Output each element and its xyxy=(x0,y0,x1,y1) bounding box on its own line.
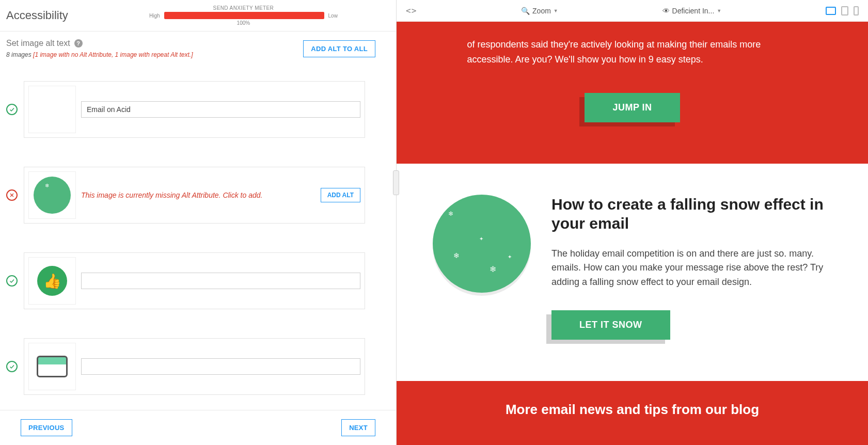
thumb-snow-circle: ❄ xyxy=(28,171,76,219)
right-panel: <> 🔍 Zoom ▼ 👁 Deficient In... ▼ xyxy=(397,0,868,445)
app-root: Accessibility SEND ANXIETY METER High Lo… xyxy=(0,0,868,445)
status-ok-icon xyxy=(6,104,18,115)
deficient-dropdown[interactable]: 👁 Deficient In... ▼ xyxy=(662,7,722,15)
alt-input[interactable] xyxy=(81,273,360,289)
device-switcher xyxy=(826,6,859,15)
left-header: Accessibility SEND ANXIETY METER High Lo… xyxy=(0,0,396,31)
subheader-left: Set image alt text ? 8 images [1 image w… xyxy=(6,39,193,58)
alt-row xyxy=(6,81,365,138)
prev-button[interactable]: PREVIOUS xyxy=(21,419,72,436)
panel-splitter[interactable] xyxy=(393,170,399,195)
meter-low: Low xyxy=(328,13,338,19)
meter-label: SEND ANXIETY METER xyxy=(213,5,274,11)
email-preview[interactable]: of respondents said they're actively loo… xyxy=(397,22,868,445)
preview-toolbar: <> 🔍 Zoom ▼ 👁 Deficient In... ▼ xyxy=(397,0,868,22)
alt-list[interactable]: ❄ This image is currently missing Alt At… xyxy=(0,60,396,410)
alt-card: 👍 xyxy=(24,252,365,309)
snow-cta-button[interactable]: LET IT SNOW xyxy=(551,310,670,340)
snow-image: ❄ ✦ ❄ ❄ ✦ xyxy=(433,195,531,293)
device-desktop-icon[interactable] xyxy=(826,7,836,15)
next-button[interactable]: NEXT xyxy=(341,419,375,436)
missing-alt-msg: This image is currently missing Alt Attr… xyxy=(81,191,315,199)
meter-bar xyxy=(164,12,324,19)
snow-paragraph: The holiday email competition is on and … xyxy=(551,247,837,290)
alt-row xyxy=(6,338,365,395)
footer-section: More email news and tips from our blog xyxy=(397,381,868,445)
warn-text: [1 image with no Alt Attribute, 1 image … xyxy=(33,51,193,58)
footer-heading: More email news and tips from our blog xyxy=(407,402,858,418)
code-toggle-icon[interactable]: <> xyxy=(406,6,417,15)
device-tablet-icon[interactable] xyxy=(841,6,848,15)
help-icon[interactable]: ? xyxy=(74,39,83,47)
meter-high: High xyxy=(149,13,160,19)
status-error-icon xyxy=(6,189,18,201)
chevron-down-icon: ▼ xyxy=(717,8,721,13)
snow-heading: How to create a falling snow effect in y… xyxy=(551,195,837,233)
left-panel: Accessibility SEND ANXIETY METER High Lo… xyxy=(0,0,397,445)
snow-section: ❄ ✦ ❄ ❄ ✦ How to create a falling snow e… xyxy=(397,164,868,382)
alt-card: ❄ This image is currently missing Alt At… xyxy=(24,167,365,224)
zoom-dropdown[interactable]: 🔍 Zoom ▼ xyxy=(521,7,558,15)
subheader-meta: 8 images [1 image with no Alt Attribute,… xyxy=(6,51,193,58)
email-body: of respondents said they're actively loo… xyxy=(397,22,868,445)
status-ok-icon xyxy=(6,361,18,372)
alt-input[interactable] xyxy=(81,358,360,375)
subheader-title-text: Set image alt text xyxy=(6,39,70,48)
alt-card xyxy=(24,81,365,138)
deficient-label: Deficient In... xyxy=(672,7,715,15)
hero-cta-wrap: JUMP IN xyxy=(443,93,822,122)
add-alt-all-button[interactable]: ADD ALT TO ALL xyxy=(303,40,375,57)
alt-input[interactable] xyxy=(81,101,360,118)
thumb-device xyxy=(28,343,76,390)
bottom-nav: PREVIOUS NEXT xyxy=(0,410,396,445)
image-count: 8 images xyxy=(6,51,31,58)
hero-cta-button[interactable]: JUMP IN xyxy=(585,93,680,122)
anxiety-meter: SEND ANXIETY METER High Low 100% xyxy=(99,5,388,26)
snow-text: How to create a falling snow effect in y… xyxy=(551,195,837,340)
snow-cta-wrap: LET IT SNOW xyxy=(551,310,837,340)
eye-icon: 👁 xyxy=(662,7,670,15)
chevron-down-icon: ▼ xyxy=(554,8,558,13)
status-ok-icon xyxy=(6,275,18,287)
thumb-logo xyxy=(28,86,76,133)
hero-section: of respondents said they're actively loo… xyxy=(397,22,868,164)
page-title: Accessibility xyxy=(6,9,68,22)
device-phone-icon[interactable] xyxy=(854,6,859,15)
add-alt-button[interactable]: ADD ALT xyxy=(321,188,360,202)
alt-row: 👍 xyxy=(6,252,365,309)
subheader-title: Set image alt text ? xyxy=(6,39,193,48)
zoom-label: Zoom xyxy=(532,7,551,15)
thumb-thumbsup: 👍 xyxy=(28,257,76,305)
meter-row: High Low xyxy=(149,12,338,19)
subheader: Set image alt text ? 8 images [1 image w… xyxy=(0,31,396,60)
zoom-icon: 🔍 xyxy=(521,7,530,15)
alt-row: ❄ This image is currently missing Alt At… xyxy=(6,167,365,224)
hero-paragraph: of respondents said they're actively loo… xyxy=(467,22,798,67)
alt-card xyxy=(24,338,365,395)
meter-pct: 100% xyxy=(237,20,250,26)
